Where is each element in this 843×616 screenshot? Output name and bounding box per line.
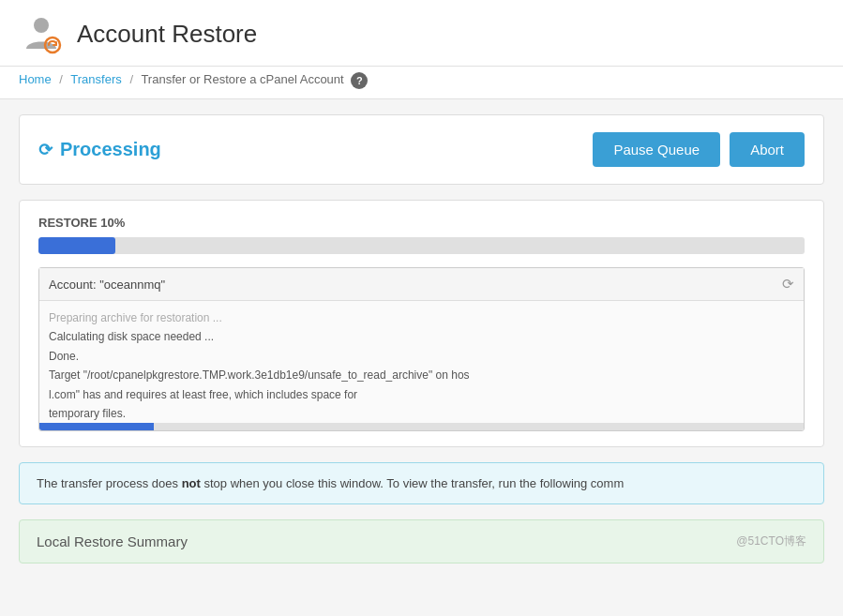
log-account-label: Account: "oceannmq" <box>49 278 165 292</box>
pause-queue-button[interactable]: Pause Queue <box>593 132 720 167</box>
breadcrumb-current: Transfer or Restore a cPanel Account <box>141 72 343 86</box>
log-line-0: Preparing archive for restoration ... <box>49 308 794 327</box>
log-progress-bar <box>39 423 804 430</box>
page-wrapper: Account Restore Home / Transfers / Trans… <box>0 0 843 616</box>
processing-card: ⟳ Processing Pause Queue Abort <box>19 114 824 185</box>
processing-text: Processing <box>60 139 161 160</box>
main-content: ⟳ Processing Pause Queue Abort RESTORE 1… <box>0 99 843 578</box>
breadcrumb: Home / Transfers / Transfer or Restore a… <box>19 72 824 89</box>
log-line-5: temporary files. <box>49 404 794 423</box>
log-line-1: Calculating disk space needed ... <box>49 327 794 346</box>
log-refresh-icon[interactable]: ⟳ <box>782 276 794 293</box>
account-restore-icon <box>19 11 64 56</box>
log-line-4: l.com" has and requires at least free, w… <box>49 385 794 404</box>
log-progress-inner <box>39 423 154 430</box>
log-line-3: Target "/root/cpanelpkgrestore.TMP.work.… <box>49 366 794 384</box>
summary-title: Local Restore Summary <box>37 533 188 549</box>
breadcrumb-home[interactable]: Home <box>19 72 52 86</box>
page-title: Account Restore <box>77 20 257 49</box>
restore-label: RESTORE 10% <box>38 216 805 230</box>
info-text-bold: not <box>182 476 201 490</box>
help-icon[interactable]: ? <box>351 72 368 89</box>
restore-progress-bar <box>38 237 805 254</box>
info-text-plain: The transfer process does <box>37 476 182 490</box>
page-header: Account Restore <box>0 0 843 67</box>
watermark: @51CTO博客 <box>736 533 806 549</box>
svg-point-0 <box>34 18 49 33</box>
restore-progress-inner <box>38 237 115 254</box>
info-box: The transfer process does not stop when … <box>19 462 824 504</box>
breadcrumb-transfers[interactable]: Transfers <box>70 72 121 86</box>
processing-label: ⟳ Processing <box>38 139 161 160</box>
breadcrumb-sep-1: / <box>59 72 63 86</box>
breadcrumb-bar: Home / Transfers / Transfer or Restore a… <box>0 67 843 99</box>
info-text-end: stop when you close this window. To view… <box>201 476 624 490</box>
abort-button[interactable]: Abort <box>730 132 805 167</box>
spin-icon: ⟳ <box>38 140 53 160</box>
log-box: Account: "oceannmq" ⟳ Preparing archive … <box>38 267 805 431</box>
log-content[interactable]: Preparing archive for restoration ... Ca… <box>39 301 804 423</box>
summary-card: Local Restore Summary @51CTO博客 <box>19 519 824 563</box>
action-buttons: Pause Queue Abort <box>593 132 805 167</box>
breadcrumb-sep-2: / <box>129 72 133 86</box>
log-line-2: Done. <box>49 347 794 366</box>
restore-card: RESTORE 10% Account: "oceannmq" ⟳ Prepar… <box>19 200 824 447</box>
log-box-header: Account: "oceannmq" ⟳ <box>39 268 804 301</box>
